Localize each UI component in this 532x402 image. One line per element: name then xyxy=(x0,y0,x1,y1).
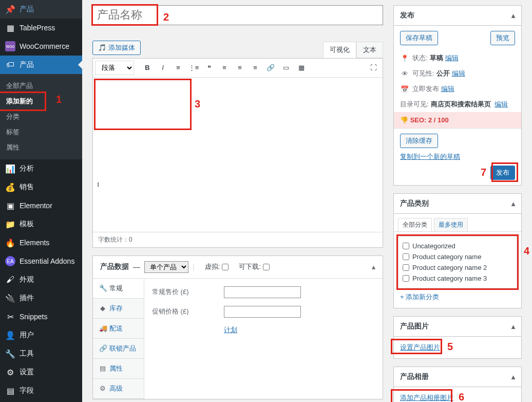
italic-button[interactable]: I xyxy=(156,61,170,75)
pd-tab-advanced[interactable]: ⚙高级 xyxy=(93,379,144,399)
regular-price-input[interactable] xyxy=(224,286,301,298)
product-data-box: 产品数据 — 单个产品 | 虚拟: 可下载: ▴ 🔧常规 ◆库存 🚚配送 xyxy=(92,255,383,399)
align-right-button[interactable]: ≡ xyxy=(248,61,262,75)
copy-draft-link[interactable]: 复制到一个新的草稿 xyxy=(400,152,515,161)
menu-essential-addons[interactable]: EAEssential Addons xyxy=(0,252,82,270)
cat-tab-all[interactable]: 全部分类 xyxy=(398,218,432,231)
edit-status-link[interactable]: 编辑 xyxy=(445,53,459,63)
number-list-button[interactable]: ⋮≡ xyxy=(186,61,201,75)
menu-settings[interactable]: ⚙设置 xyxy=(0,363,82,381)
downloadable-checkbox[interactable] xyxy=(263,264,270,270)
schedule-link[interactable]: 计划 xyxy=(224,325,237,335)
menu-products-top[interactable]: 📌产品 xyxy=(0,0,82,19)
bullet-list-button[interactable]: ≡ xyxy=(171,61,185,75)
pd-tab-shipping[interactable]: 🚚配送 xyxy=(93,319,144,339)
toolbar-toggle-button[interactable]: ▦ xyxy=(294,61,309,75)
align-center-button[interactable]: ≡ xyxy=(233,61,247,75)
menu-fields[interactable]: ▤字段 xyxy=(0,381,82,400)
submenu-categories[interactable]: 分类 xyxy=(0,109,82,124)
menu-rankmath[interactable]: ®Rank Math xyxy=(0,400,82,402)
toggle-panel-icon[interactable]: ▴ xyxy=(372,263,375,271)
pd-tab-general[interactable]: 🔧常规 xyxy=(93,279,144,299)
menu-label: 字段 xyxy=(20,386,34,395)
menu-woocommerce[interactable]: wooWooCommerce xyxy=(0,37,82,56)
menu-label: 外观 xyxy=(20,275,34,284)
menu-tablepress[interactable]: ▦TablePress xyxy=(0,19,82,37)
virtual-checkbox[interactable] xyxy=(222,264,229,270)
edit-date-link[interactable]: 编辑 xyxy=(441,84,454,94)
category-list: Uncategorized Product category name Prod… xyxy=(398,236,517,288)
link-button[interactable]: 🔗 xyxy=(263,61,278,75)
annotation-box-2 xyxy=(91,4,158,26)
user-icon: 👤 xyxy=(5,330,15,340)
edit-catalog-link[interactable]: 编辑 xyxy=(495,100,508,109)
eye-icon: 👁 xyxy=(400,70,409,78)
link-icon: 🔗 xyxy=(99,344,106,352)
annotation-box-6 xyxy=(391,389,452,402)
toggle-panel-icon[interactable]: ▴ xyxy=(511,373,515,381)
menu-elements[interactable]: 🔥Elements xyxy=(0,233,82,252)
folder-icon: 📁 xyxy=(5,219,15,229)
product-type-select[interactable]: 单个产品 xyxy=(144,261,188,273)
tab-visual[interactable]: 可视化 xyxy=(323,42,356,58)
save-draft-button[interactable]: 保存草稿 xyxy=(400,31,438,45)
categories-box: 产品类别▴ 全部分类 最多使用 Uncategorized Product ca… xyxy=(393,193,522,308)
menu-templates[interactable]: 📁模板 xyxy=(0,215,82,233)
fullscreen-button[interactable]: ⛶ xyxy=(366,61,381,75)
submenu-attributes[interactable]: 属性 xyxy=(0,140,82,155)
tab-text[interactable]: 文本 xyxy=(356,42,383,58)
align-left-button[interactable]: ≡ xyxy=(217,61,232,75)
seo-score: 👎 SEO: 2 / 100 xyxy=(394,112,521,128)
menu-label: Elementor xyxy=(20,202,52,210)
blockquote-button[interactable]: ❝ xyxy=(202,61,216,75)
toggle-panel-icon[interactable]: ▴ xyxy=(511,199,515,208)
readmore-button[interactable]: ▭ xyxy=(279,61,293,75)
truck-icon: 🚚 xyxy=(99,324,106,332)
submenu-add-new[interactable]: 添加新的 1 xyxy=(0,94,82,109)
menu-elementor[interactable]: ▣Elementor xyxy=(0,196,82,215)
editor-content[interactable]: 3 I xyxy=(93,78,383,232)
add-category-link[interactable]: + 添加新分类 xyxy=(394,293,521,308)
cat-tab-most[interactable]: 最多使用 xyxy=(434,218,468,231)
preview-button[interactable]: 预览 xyxy=(490,31,515,45)
menu-label: Snippets xyxy=(20,313,47,321)
annotation-number: 4 xyxy=(524,245,529,257)
menu-label: 产品 xyxy=(20,60,34,69)
snippets-icon: ✂ xyxy=(5,312,15,322)
menu-products[interactable]: 🏷产品 xyxy=(0,56,82,74)
submenu-tags[interactable]: 标签 xyxy=(0,124,82,140)
pd-tab-inventory[interactable]: ◆库存 xyxy=(93,299,144,319)
wrench-icon: 🔧 xyxy=(99,284,106,292)
menu-analytics[interactable]: 📊分析 xyxy=(0,159,82,178)
sale-price-input[interactable] xyxy=(224,306,301,318)
annotation-number: 7 xyxy=(481,167,486,178)
menu-sales[interactable]: 💰销售 xyxy=(0,178,82,196)
pd-tab-linked[interactable]: 🔗联锁产品 xyxy=(93,339,144,359)
menu-appearance[interactable]: 🖌外观 xyxy=(0,270,82,289)
field-icon: ▤ xyxy=(5,386,15,396)
regular-price-label: 常规售价 (£) xyxy=(152,287,224,297)
edit-visibility-link[interactable]: 编辑 xyxy=(452,69,465,78)
menu-plugins[interactable]: 🔌插件 xyxy=(0,289,82,307)
menu-label: WooCommerce xyxy=(20,42,69,50)
menu-label: 插件 xyxy=(20,294,34,303)
menu-snippets[interactable]: ✂Snippets xyxy=(0,307,82,326)
woo-icon: woo xyxy=(5,41,15,51)
toggle-panel-icon[interactable]: ▴ xyxy=(511,11,515,20)
brush-icon: 🖌 xyxy=(5,275,15,285)
toggle-panel-icon[interactable]: ▴ xyxy=(511,322,515,331)
bold-button[interactable]: B xyxy=(140,61,155,75)
categories-title: 产品类别 xyxy=(400,199,429,208)
inventory-icon: ◆ xyxy=(99,304,106,312)
menu-tools[interactable]: 🔧工具 xyxy=(0,344,82,363)
add-media-button[interactable]: 🎵添加媒体 xyxy=(92,41,141,55)
menu-label: Elements xyxy=(20,239,49,247)
product-gallery-box: 产品相册▴ 添加产品相册图片 6 xyxy=(393,367,522,402)
menu-users[interactable]: 👤用户 xyxy=(0,326,82,344)
pd-tab-attributes[interactable]: ▤属性 xyxy=(93,359,144,379)
clear-cache-button[interactable]: 清除缓存 xyxy=(400,134,438,148)
plug-icon: 🔌 xyxy=(5,293,15,303)
pin-icon: 📍 xyxy=(400,54,409,62)
annotation-box-7 xyxy=(491,162,518,182)
format-select[interactable]: 段落 xyxy=(95,61,134,75)
